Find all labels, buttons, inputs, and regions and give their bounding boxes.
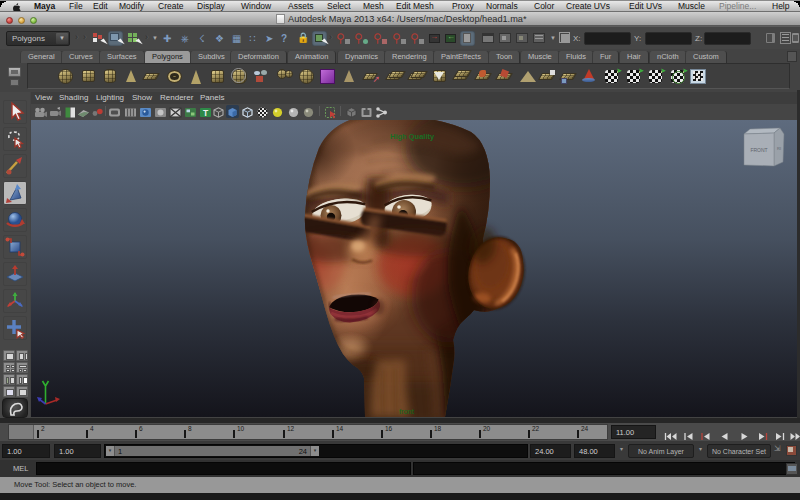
- svg-text:High Quality: High Quality: [390, 132, 435, 141]
- svg-text:T: T: [203, 108, 209, 118]
- svg-text:RI: RI: [777, 146, 781, 151]
- svg-text:FRONT: FRONT: [750, 147, 767, 153]
- svg-text:front: front: [399, 407, 415, 416]
